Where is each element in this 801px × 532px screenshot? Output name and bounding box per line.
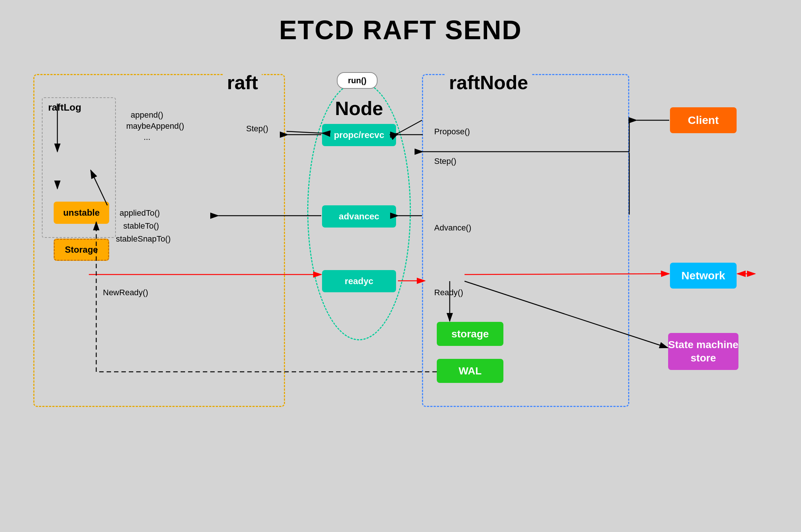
- maybeAppend-label: maybeAppend(): [126, 121, 184, 131]
- client-box: Client: [670, 107, 737, 133]
- newReady-label: NewReady(): [103, 288, 148, 297]
- svg-line-17: [398, 120, 422, 133]
- page-title: ETCD RAFT SEND: [0, 0, 801, 45]
- dots-label: ...: [144, 132, 150, 142]
- storage-green-box: storage: [437, 322, 503, 346]
- readyc-box: readyc: [322, 270, 396, 292]
- step-label1: Step(): [246, 124, 268, 134]
- network-box: Network: [670, 263, 737, 289]
- state-machine-box: State machine store: [668, 333, 738, 370]
- run-box: run(): [337, 72, 378, 89]
- stableTo-label: stableTo(): [123, 221, 159, 231]
- propose-label: Propose(): [434, 127, 470, 137]
- diagram: raft raftLog unstable Storage append() m…: [22, 52, 779, 517]
- ready-label: Ready(): [434, 288, 463, 297]
- raftlog-container: raftLog unstable Storage: [42, 97, 116, 238]
- wal-box: WAL: [437, 359, 503, 383]
- appliedTo-label: appliedTo(): [120, 208, 160, 218]
- storage-box: Storage: [54, 239, 109, 261]
- raft-label: raft: [223, 71, 262, 94]
- step-label2: Step(): [434, 156, 456, 166]
- propc-box: propc/recvc: [322, 124, 396, 146]
- svg-line-8: [286, 131, 322, 133]
- advancec-box: advancec: [322, 205, 396, 228]
- unstable-box: unstable: [54, 202, 109, 224]
- raftnode-container: raftNode Propose() Step() Advance() Read…: [422, 74, 629, 407]
- node-label: Node: [335, 97, 383, 119]
- append-label: append(): [131, 110, 163, 120]
- raftlog-label: raftLog: [48, 102, 81, 113]
- stableSnapTo-label: stableSnapTo(): [116, 234, 171, 244]
- advance-label: Advance(): [434, 223, 471, 233]
- raftnode-label: raftNode: [445, 71, 532, 94]
